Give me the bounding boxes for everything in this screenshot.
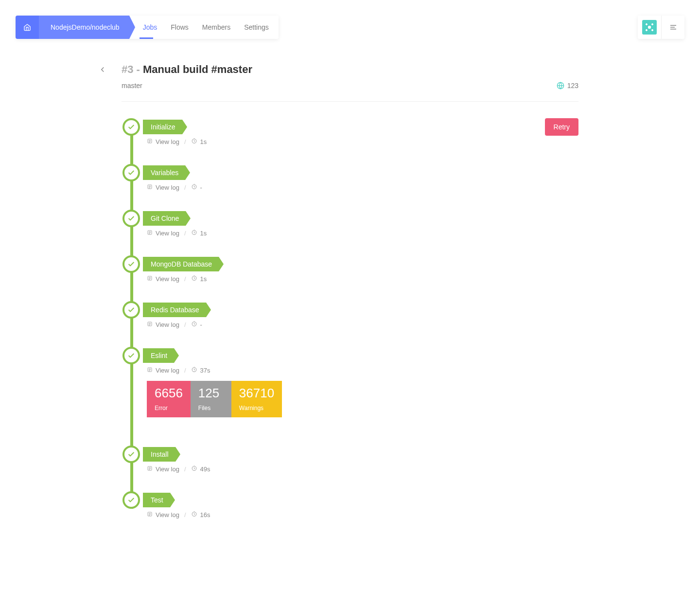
pipeline-step: Redis DatabaseView log/- — [131, 301, 578, 328]
meta-row: master 123 — [122, 82, 578, 102]
step-duration: - — [191, 183, 202, 191]
svg-line-19 — [194, 187, 195, 187]
view-log-text: View log — [156, 138, 179, 145]
step-label[interactable]: Initialize — [143, 120, 182, 134]
divider: / — [184, 367, 186, 374]
tab-flows[interactable]: Flows — [164, 16, 195, 39]
pipeline: InitializeView log/1sVariablesView log/-… — [122, 118, 578, 519]
log-icon — [147, 275, 153, 283]
duration-text: 1s — [200, 230, 207, 237]
log-icon — [147, 138, 153, 145]
view-log-link[interactable]: View log — [147, 465, 179, 473]
log-icon — [147, 367, 153, 374]
tab-settings[interactable]: Settings — [237, 16, 279, 39]
divider: / — [184, 184, 186, 191]
step-stats: 6656Error125Files36710Warnings — [147, 381, 578, 417]
log-icon — [147, 465, 153, 473]
view-log-text: View log — [156, 184, 179, 191]
stopwatch-icon — [191, 183, 197, 191]
duration-text: 16s — [200, 511, 210, 519]
step-name: Git Clone — [151, 215, 179, 222]
stat-files: 125Files — [191, 381, 231, 417]
tab-label: Settings — [244, 23, 269, 31]
step-name: MongoDB Database — [151, 260, 212, 268]
step-label[interactable]: Install — [143, 447, 175, 462]
pipeline-area: Retry InitializeView log/1sVariablesView… — [122, 118, 578, 519]
pipeline-step: VariablesView log/- — [131, 164, 578, 191]
step-status-icon — [122, 118, 140, 136]
stopwatch-icon — [191, 275, 197, 283]
view-log-text: View log — [156, 230, 179, 237]
user-menu[interactable] — [638, 16, 661, 39]
log-icon — [147, 321, 153, 328]
duration-text: - — [200, 321, 202, 328]
view-log-link[interactable]: View log — [147, 511, 179, 519]
duration-text: 1s — [200, 275, 207, 283]
stat-label: Error — [155, 405, 183, 411]
view-log-link[interactable]: View log — [147, 138, 179, 145]
step-status-icon — [122, 446, 140, 463]
stat-value: 125 — [198, 386, 224, 401]
log-icon — [147, 230, 153, 237]
breadcrumb-text: NodejsDemo/nodeclub — [51, 23, 120, 31]
breadcrumb[interactable]: NodejsDemo/nodeclub — [39, 16, 129, 39]
stopwatch-icon — [191, 465, 197, 473]
view-log-link[interactable]: View log — [147, 184, 179, 191]
duration-text: 49s — [200, 465, 210, 473]
step-label[interactable]: Eslint — [143, 348, 174, 363]
view-log-link[interactable]: View log — [147, 230, 179, 237]
step-status-icon — [122, 347, 140, 364]
pipeline-step: InitializeView log/1s — [131, 118, 578, 145]
view-log-text: View log — [156, 511, 179, 519]
step-label[interactable]: MongoDB Database — [143, 257, 219, 271]
step-duration: 1s — [191, 275, 207, 283]
duration-text: 1s — [200, 138, 207, 145]
svg-line-27 — [194, 232, 195, 233]
view-log-link[interactable]: View log — [147, 367, 179, 374]
step-meta: View log/16s — [147, 511, 578, 519]
badge-count: 123 — [567, 82, 578, 89]
pipeline-step: EslintView log/37s6656Error125Files36710… — [131, 347, 578, 417]
step-label[interactable]: Git Clone — [143, 211, 186, 226]
title-prefix: #3 - — [122, 63, 143, 75]
step-label[interactable]: Variables — [143, 165, 185, 180]
step-name: Redis Database — [151, 306, 199, 314]
stopwatch-icon — [191, 511, 197, 519]
svg-line-11 — [194, 141, 195, 142]
divider: / — [184, 230, 186, 237]
duration-text: - — [200, 184, 202, 191]
back-button[interactable] — [98, 65, 107, 76]
view-log-link[interactable]: View log — [147, 321, 179, 328]
tab-label: Jobs — [143, 23, 158, 31]
stat-value: 36710 — [239, 386, 274, 401]
title-text: Manual build #master — [143, 63, 252, 75]
chevron-left-icon — [98, 65, 107, 74]
pipeline-step: TestView log/16s — [131, 491, 578, 519]
step-label[interactable]: Test — [143, 493, 170, 507]
step-name: Variables — [151, 169, 178, 177]
top-nav: NodejsDemo/nodeclub Jobs Flows Members S… — [0, 0, 700, 39]
svg-line-51 — [194, 370, 195, 370]
svg-line-35 — [194, 278, 195, 279]
step-duration: - — [191, 321, 202, 328]
pipeline-step: InstallView log/49s — [131, 446, 578, 473]
svg-line-43 — [194, 324, 195, 324]
step-duration: 16s — [191, 511, 210, 519]
step-status-icon — [122, 210, 140, 227]
step-duration: 1s — [191, 229, 207, 237]
home-button[interactable] — [16, 16, 39, 39]
menu-toggle-button[interactable] — [661, 16, 684, 39]
step-duration: 37s — [191, 366, 210, 374]
view-log-text: View log — [156, 275, 179, 283]
step-status-icon — [122, 255, 140, 273]
tab-members[interactable]: Members — [195, 16, 237, 39]
stopwatch-icon — [191, 321, 197, 328]
step-meta: View log/- — [147, 321, 578, 328]
view-log-link[interactable]: View log — [147, 275, 179, 283]
step-duration: 49s — [191, 465, 210, 473]
view-log-text: View log — [156, 367, 179, 374]
step-label[interactable]: Redis Database — [143, 303, 206, 317]
stat-error: 6656Error — [147, 381, 191, 417]
divider: / — [184, 138, 186, 145]
stopwatch-icon — [191, 229, 197, 237]
